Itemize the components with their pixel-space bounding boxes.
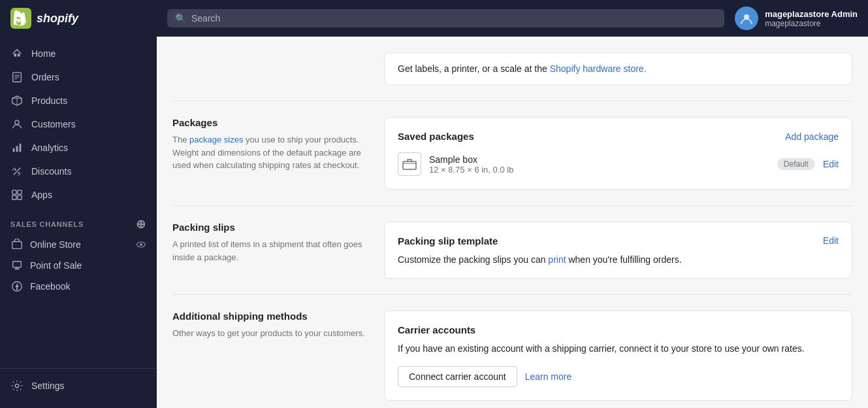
packages-title: Packages bbox=[172, 117, 368, 128]
sidebar-item-home[interactable]: Home bbox=[0, 42, 157, 65]
sidebar-header: shopify bbox=[0, 0, 157, 37]
sidebar-item-home-label: Home bbox=[31, 48, 56, 59]
svg-rect-24 bbox=[13, 262, 22, 267]
avatar bbox=[735, 7, 758, 30]
products-icon bbox=[10, 94, 24, 107]
svg-point-23 bbox=[140, 243, 142, 246]
hardware-info-left bbox=[172, 52, 368, 85]
packing-slip-desc: Customize the packing slips you can prin… bbox=[398, 254, 839, 265]
apps-icon bbox=[10, 188, 24, 201]
packing-slips-card: Packing slip template Edit Customize the… bbox=[384, 222, 852, 279]
hardware-info-row: Get labels, a printer, or a scale at the… bbox=[172, 52, 852, 101]
user-store: mageplazastore bbox=[765, 19, 858, 28]
sidebar-item-analytics-label: Analytics bbox=[31, 143, 68, 153]
customers-icon bbox=[10, 118, 24, 131]
additional-shipping-title: Additional shipping methods bbox=[172, 311, 368, 322]
sidebar-item-customers[interactable]: Customers bbox=[0, 112, 157, 136]
packing-slip-edit-link[interactable]: Edit bbox=[823, 235, 839, 246]
analytics-icon bbox=[10, 141, 24, 154]
connect-carrier-button[interactable]: Connect carrier account bbox=[398, 366, 517, 387]
hardware-info-card: Get labels, a printer, or a scale at the… bbox=[384, 52, 852, 85]
main-content: Get labels, a printer, or a scale at the… bbox=[157, 37, 868, 408]
additional-shipping-description: Other ways to get your products to your … bbox=[172, 327, 368, 340]
sidebar-item-orders-label: Orders bbox=[31, 72, 59, 82]
additional-shipping-left: Additional shipping methods Other ways t… bbox=[172, 311, 368, 401]
sidebar-item-apps[interactable]: Apps bbox=[0, 183, 157, 207]
sidebar-item-point-of-sale[interactable]: Point of Sale bbox=[0, 255, 157, 276]
sidebar-nav: Home Orders Products Customers bbox=[0, 37, 157, 368]
svg-rect-25 bbox=[14, 269, 19, 270]
svg-rect-20 bbox=[18, 196, 22, 199]
sidebar-item-orders[interactable]: Orders bbox=[0, 65, 157, 89]
svg-line-16 bbox=[14, 168, 21, 175]
orders-icon bbox=[10, 71, 24, 84]
package-details: Sample box 12 × 8.75 × 6 in, 0.0 lb bbox=[429, 154, 769, 175]
svg-rect-30 bbox=[403, 162, 416, 169]
hardware-store-link[interactable]: Shopify hardware store. bbox=[550, 63, 647, 74]
svg-point-15 bbox=[18, 172, 20, 174]
add-sales-channel-button[interactable]: ⊕ bbox=[136, 217, 146, 231]
svg-rect-2 bbox=[18, 54, 20, 57]
sidebar-item-discounts-label: Discounts bbox=[31, 166, 71, 177]
sales-channels-label: SALES CHANNELS bbox=[10, 220, 84, 228]
discounts-icon bbox=[10, 165, 24, 178]
default-badge: Default bbox=[777, 158, 815, 170]
online-store-icon bbox=[10, 238, 24, 251]
user-name: mageplazastore Admin bbox=[765, 9, 858, 19]
home-icon bbox=[10, 47, 24, 60]
svg-point-10 bbox=[15, 120, 19, 124]
packages-section-left: Packages The package sizes you use to sh… bbox=[172, 117, 368, 190]
packages-description: The package sizes you use to ship your p… bbox=[172, 133, 368, 172]
sidebar-item-apps-label: Apps bbox=[31, 190, 52, 200]
svg-rect-13 bbox=[20, 144, 22, 152]
learn-more-link[interactable]: Learn more bbox=[525, 366, 572, 387]
add-package-link[interactable]: Add package bbox=[785, 131, 839, 142]
additional-shipping-section-row: Additional shipping methods Other ways t… bbox=[172, 295, 852, 408]
svg-rect-21 bbox=[12, 242, 22, 249]
carrier-accounts-desc: If you have an existing account with a s… bbox=[398, 342, 839, 356]
online-store-eye-icon[interactable] bbox=[136, 239, 146, 250]
package-item: Sample box 12 × 8.75 × 6 in, 0.0 lb Defa… bbox=[398, 152, 839, 176]
facebook-label: Facebook bbox=[30, 281, 70, 292]
svg-rect-11 bbox=[13, 148, 15, 152]
packing-slip-print-link[interactable]: print bbox=[548, 254, 566, 265]
package-sizes-link[interactable]: package sizes bbox=[189, 135, 243, 144]
shopify-logo-text: shopify bbox=[37, 12, 78, 26]
packing-slip-header: Packing slip template Edit bbox=[398, 235, 839, 246]
sidebar-item-analytics[interactable]: Analytics bbox=[0, 136, 157, 160]
svg-point-14 bbox=[14, 169, 16, 171]
packages-section-row: Packages The package sizes you use to sh… bbox=[172, 101, 852, 206]
shopify-logo[interactable]: shopify bbox=[10, 8, 78, 29]
user-text-block: mageplazastore Admin mageplazastore bbox=[765, 9, 858, 28]
sales-channels-section-label: SALES CHANNELS ⊕ bbox=[0, 207, 157, 234]
packing-slips-description: A printed list of items in a shipment th… bbox=[172, 238, 368, 264]
sidebar-item-online-store[interactable]: Online Store bbox=[0, 234, 157, 255]
sidebar-bottom: Settings bbox=[0, 368, 157, 408]
sidebar-item-products-label: Products bbox=[31, 95, 67, 106]
search-input[interactable] bbox=[191, 13, 716, 24]
svg-point-28 bbox=[15, 384, 18, 387]
sidebar-item-discounts[interactable]: Discounts bbox=[0, 160, 157, 183]
pos-icon bbox=[10, 259, 24, 272]
settings-label: Settings bbox=[31, 381, 65, 391]
online-store-label: Online Store bbox=[30, 239, 81, 250]
package-name: Sample box bbox=[429, 154, 769, 165]
packages-card: Saved packages Add package Sample box 12… bbox=[384, 117, 852, 190]
sidebar-item-products[interactable]: Products bbox=[0, 89, 157, 112]
user-info[interactable]: mageplazastore Admin mageplazastore bbox=[735, 7, 858, 30]
svg-rect-19 bbox=[12, 196, 16, 199]
settings-icon bbox=[10, 379, 24, 392]
package-icon bbox=[398, 152, 421, 176]
svg-rect-12 bbox=[16, 146, 18, 152]
packages-header: Saved packages Add package bbox=[398, 131, 839, 142]
package-edit-link[interactable]: Edit bbox=[823, 159, 839, 169]
packing-slips-section-row: Packing slips A printed list of items in… bbox=[172, 206, 852, 295]
sidebar-item-facebook[interactable]: Facebook bbox=[0, 276, 157, 297]
saved-packages-title: Saved packages bbox=[398, 131, 474, 142]
package-dims: 12 × 8.75 × 6 in, 0.0 lb bbox=[429, 165, 769, 175]
search-bar[interactable]: 🔍 bbox=[167, 9, 724, 27]
packing-slip-template-title: Packing slip template bbox=[398, 235, 498, 246]
carrier-accounts-title: Carrier accounts bbox=[398, 324, 839, 335]
carrier-accounts-card: Carrier accounts If you have an existing… bbox=[384, 311, 852, 401]
sidebar-item-settings[interactable]: Settings bbox=[0, 374, 157, 398]
